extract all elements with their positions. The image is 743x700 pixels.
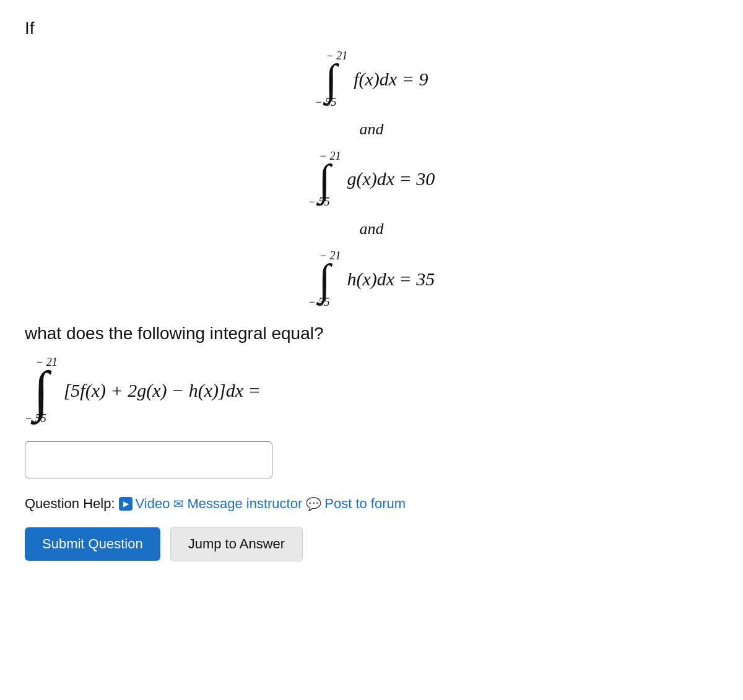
- and-1: and: [360, 120, 384, 139]
- and-2: and: [360, 220, 384, 238]
- integral-2-lower: − 55: [308, 196, 330, 209]
- post-label: Post to forum: [324, 496, 406, 512]
- integral-2-row: − 21 ∫ − 55 g(x)dx = 30: [308, 150, 435, 209]
- question-help: Question Help: Video ✉ Message instructo…: [25, 496, 718, 512]
- if-label: If: [25, 19, 718, 38]
- big-integral-char: ∫: [33, 368, 49, 415]
- integral-3-expr: h(x)dx = 35: [347, 269, 435, 290]
- question-text: what does the following integral equal?: [25, 324, 718, 344]
- integral-1-lower: − 55: [315, 96, 337, 109]
- video-label: Video: [136, 496, 170, 512]
- big-integral-row: − 21 ∫ − 55 [5f(x) + 2g(x) − h(x)]dx =: [25, 356, 718, 426]
- integral-2-symbol: − 21 ∫ − 55: [308, 150, 341, 209]
- question-help-label: Question Help:: [25, 496, 115, 512]
- integral-1-symbol: − 21 ∫ − 55: [315, 50, 348, 109]
- big-integral-expr: [5f(x) + 2g(x) − h(x)]dx =: [64, 380, 261, 401]
- post-link[interactable]: 💬 Post to forum: [306, 496, 406, 512]
- integral-1-char: ∫: [325, 61, 337, 98]
- message-label: Message instructor: [187, 496, 302, 512]
- big-integral-lower: − 55: [25, 412, 46, 425]
- integral-3-row: − 21 ∫ − 55 h(x)dx = 35: [308, 249, 435, 309]
- integral-3-char: ∫: [318, 261, 330, 298]
- video-link[interactable]: Video: [119, 496, 170, 512]
- integral-3-lower: − 55: [308, 296, 330, 309]
- mail-icon: ✉: [173, 496, 184, 511]
- integral-1-expr: f(x)dx = 9: [354, 69, 428, 90]
- jump-button[interactable]: Jump to Answer: [170, 527, 303, 561]
- message-link[interactable]: ✉ Message instructor: [173, 496, 302, 512]
- integral-1-row: − 21 ∫ − 55 f(x)dx = 9: [315, 50, 428, 109]
- math-block: − 21 ∫ − 55 f(x)dx = 9 and − 21 ∫ − 55 g…: [186, 45, 557, 314]
- submit-button[interactable]: Submit Question: [25, 527, 160, 561]
- integral-3-symbol: − 21 ∫ − 55: [308, 249, 341, 309]
- answer-input[interactable]: [25, 441, 272, 478]
- play-icon: [119, 497, 133, 511]
- bubble-icon: 💬: [306, 496, 321, 511]
- integral-2-char: ∫: [318, 162, 330, 199]
- buttons-row: Submit Question Jump to Answer: [25, 527, 718, 561]
- big-integral-symbol: − 21 ∫ − 55: [25, 356, 58, 426]
- integral-2-expr: g(x)dx = 30: [347, 168, 435, 189]
